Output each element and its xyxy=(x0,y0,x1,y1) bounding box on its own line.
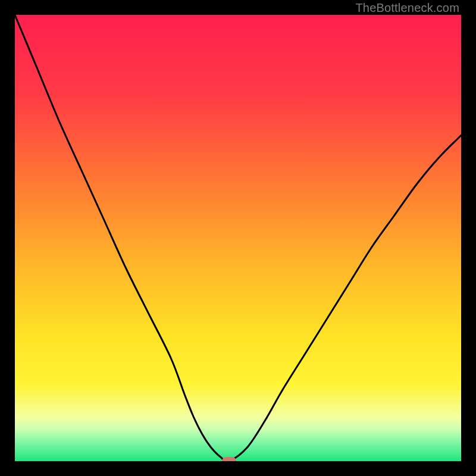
chart-frame: TheBottleneck.com xyxy=(0,0,476,476)
bottleneck-curve xyxy=(15,15,461,461)
optimum-marker xyxy=(222,457,236,461)
plot-area xyxy=(15,15,461,461)
watermark-text: TheBottleneck.com xyxy=(355,1,459,15)
